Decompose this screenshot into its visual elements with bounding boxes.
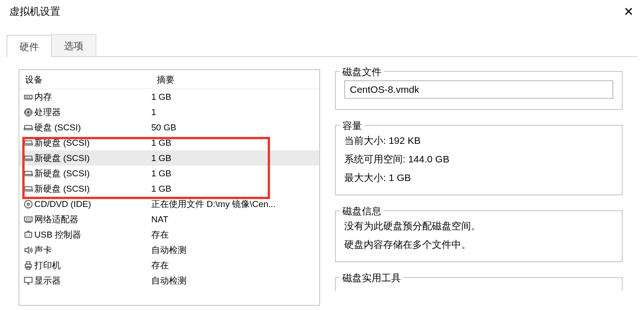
detail-panel: 磁盘文件 CentOS-8.vmdk 容量 当前大小: 192 KB 系统可用空… bbox=[335, 69, 637, 306]
disk-file-input[interactable]: CentOS-8.vmdk bbox=[344, 80, 613, 99]
device-summary: 1 GB bbox=[151, 92, 319, 102]
sound-icon bbox=[22, 245, 34, 255]
fieldset-capacity: 容量 当前大小: 192 KB 系统可用空间: 144.0 GB 最大大小: 1… bbox=[335, 125, 623, 195]
legend-capacity: 容量 bbox=[340, 119, 365, 132]
fieldset-disk-util: 磁盘实用工具 bbox=[335, 277, 623, 291]
device-label: USB 控制器 bbox=[34, 229, 151, 241]
usb-icon bbox=[22, 230, 34, 240]
device-label: 新硬盘 (SCSI) bbox=[34, 168, 151, 180]
device-summary: 1 GB bbox=[151, 153, 319, 163]
device-label: 声卡 bbox=[34, 244, 151, 256]
device-label: 显示器 bbox=[34, 275, 151, 287]
current-size-value: 192 KB bbox=[389, 135, 421, 146]
disk-icon bbox=[22, 184, 34, 194]
device-header: 设备 摘要 bbox=[19, 70, 319, 89]
tabs: 硬件 选项 bbox=[6, 37, 638, 57]
free-space-row: 系统可用空间: 144.0 GB bbox=[344, 153, 613, 166]
device-label: CD/DVD (IDE) bbox=[34, 199, 151, 209]
disk-info-line2: 硬盘内容存储在多个文件中。 bbox=[344, 238, 613, 251]
legend-disk-file: 磁盘文件 bbox=[340, 65, 384, 78]
device-label: 打印机 bbox=[34, 259, 151, 271]
max-size-label: 最大大小: bbox=[344, 172, 386, 183]
disk-icon bbox=[22, 123, 34, 133]
max-size-row: 最大大小: 1 GB bbox=[344, 171, 613, 184]
fieldset-disk-info: 磁盘信息 没有为此硬盘预分配磁盘空间。 硬盘内容存储在多个文件中。 bbox=[335, 210, 623, 262]
titlebar: 虚拟机设置 ✕ bbox=[0, 0, 644, 23]
tab-options[interactable]: 选项 bbox=[51, 34, 97, 56]
disk-icon bbox=[22, 168, 34, 179]
device-label: 网络适配器 bbox=[34, 213, 151, 226]
legend-disk-util: 磁盘实用工具 bbox=[340, 271, 404, 284]
device-label: 新硬盘 (SCSI) bbox=[34, 183, 151, 195]
device-summary: 1 GB bbox=[151, 168, 319, 179]
close-icon[interactable]: ✕ bbox=[620, 6, 638, 18]
device-row[interactable]: 网络适配器NAT bbox=[19, 212, 319, 227]
free-space-value: 144.0 GB bbox=[408, 154, 450, 164]
device-row[interactable]: 处理器1 bbox=[19, 104, 319, 120]
disk-icon bbox=[22, 138, 34, 148]
memory-icon bbox=[22, 92, 34, 102]
device-label: 处理器 bbox=[34, 106, 151, 118]
device-row[interactable]: 内存1 GB bbox=[19, 89, 319, 104]
device-list: 内存1 GB处理器1硬盘 (SCSI)50 GB新硬盘 (SCSI)1 GB新硬… bbox=[19, 89, 319, 288]
device-row[interactable]: 新硬盘 (SCSI)1 GB bbox=[19, 166, 319, 181]
tab-hardware[interactable]: 硬件 bbox=[6, 35, 52, 57]
device-summary: 自动检测 bbox=[151, 275, 319, 287]
cd-icon bbox=[22, 199, 34, 209]
tabs-container: 硬件 选项 bbox=[0, 23, 644, 57]
current-size-label: 当前大小: bbox=[344, 135, 386, 146]
device-summary: 正在使用文件 D:\my 镜像\Cen... bbox=[151, 198, 319, 210]
device-label: 新硬盘 (SCSI) bbox=[34, 152, 151, 164]
device-panel: 设备 摘要 内存1 GB处理器1硬盘 (SCSI)50 GB新硬盘 (SCSI)… bbox=[19, 69, 320, 306]
window-title: 虚拟机设置 bbox=[9, 5, 60, 19]
display-icon bbox=[22, 276, 34, 286]
content: 设备 摘要 内存1 GB处理器1硬盘 (SCSI)50 GB新硬盘 (SCSI)… bbox=[0, 57, 644, 306]
device-row[interactable]: 打印机存在 bbox=[19, 258, 319, 273]
fieldset-disk-file: 磁盘文件 CentOS-8.vmdk bbox=[335, 71, 623, 110]
disk-icon bbox=[22, 153, 34, 163]
device-summary: 存在 bbox=[151, 259, 319, 271]
max-size-value: 1 GB bbox=[389, 172, 411, 183]
device-row[interactable]: 硬盘 (SCSI)50 GB bbox=[19, 120, 319, 135]
device-row[interactable]: 声卡自动检测 bbox=[19, 242, 319, 258]
device-row[interactable]: 新硬盘 (SCSI)1 GB bbox=[19, 135, 319, 150]
device-summary: 存在 bbox=[151, 229, 319, 241]
device-summary: 自动检测 bbox=[151, 244, 319, 256]
column-header-device: 设备 bbox=[24, 74, 157, 86]
device-row[interactable]: CD/DVD (IDE)正在使用文件 D:\my 镜像\Cen... bbox=[19, 196, 319, 212]
net-icon bbox=[22, 214, 34, 225]
device-label: 硬盘 (SCSI) bbox=[34, 122, 151, 134]
device-row[interactable]: USB 控制器存在 bbox=[19, 227, 319, 242]
device-summary: 50 GB bbox=[151, 123, 319, 133]
device-summary: 1 bbox=[151, 107, 319, 117]
device-row[interactable]: 新硬盘 (SCSI)1 GB bbox=[19, 150, 319, 166]
device-row[interactable]: 显示器自动检测 bbox=[19, 273, 319, 288]
device-row[interactable]: 新硬盘 (SCSI)1 GB bbox=[19, 181, 319, 196]
device-summary: NAT bbox=[151, 214, 319, 225]
device-summary: 1 GB bbox=[151, 184, 319, 194]
device-label: 内存 bbox=[34, 91, 151, 103]
disk-info-line1: 没有为此硬盘预分配磁盘空间。 bbox=[344, 220, 613, 232]
device-summary: 1 GB bbox=[151, 138, 319, 148]
cpu-icon bbox=[22, 107, 34, 117]
device-label: 新硬盘 (SCSI) bbox=[34, 137, 151, 149]
legend-disk-info: 磁盘信息 bbox=[340, 205, 384, 218]
printer-icon bbox=[22, 260, 34, 271]
free-space-label: 系统可用空间: bbox=[344, 154, 406, 164]
column-header-summary: 摘要 bbox=[157, 74, 315, 86]
current-size-row: 当前大小: 192 KB bbox=[344, 134, 613, 147]
